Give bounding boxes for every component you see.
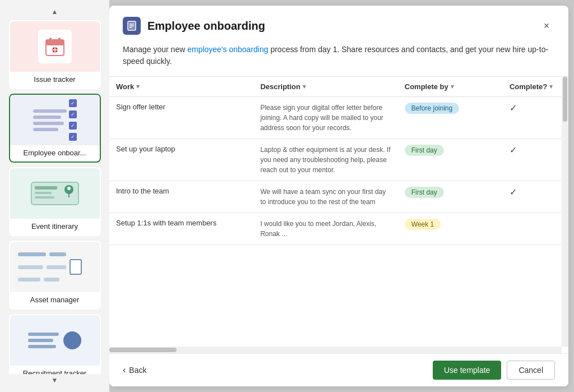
use-template-button[interactable]: Use template — [433, 361, 501, 380]
scroll-down-button[interactable]: ▼ — [0, 374, 109, 386]
col-desc-sort-icon: ▾ — [303, 83, 306, 90]
cell-complete-by-1: First day — [398, 139, 503, 181]
thumb-recruit-bg — [10, 315, 100, 366]
table-header-row: Work ▾ Description ▾ — [109, 77, 568, 97]
thumb-asset-manager — [10, 242, 100, 292]
sidebar-item-label-employee-onboarding: Employee onboar... — [10, 145, 100, 162]
table-row: Setup 1:1s with team membersI would like… — [109, 213, 568, 245]
check-icon-2: ✓ — [510, 187, 517, 197]
table-header: Work ▾ Description ▾ — [109, 77, 568, 97]
cell-complete-by-0: Before joining — [398, 97, 503, 139]
thumb-asset-tag-2 — [49, 252, 66, 256]
sidebar-item-event-itinerary[interactable]: Event itinerary — [9, 167, 101, 236]
cell-desc-0: Please sign your digital offer letter be… — [253, 97, 397, 139]
col-desc-label: Description — [260, 82, 300, 91]
cell-work-3: Setup 1:1s with team members — [109, 213, 253, 245]
sidebar-item-asset-manager[interactable]: Asset manager — [9, 241, 101, 310]
thumb-asset-tag-1 — [18, 252, 46, 256]
dialog-header: Employee onboarding × — [109, 6, 568, 41]
thumb-emp-line-4 — [33, 128, 58, 131]
cell-desc-1: Laptop & other equipment is at your desk… — [253, 139, 397, 181]
check-icon-0: ✓ — [510, 103, 517, 113]
table-scroll-horizontal[interactable] — [109, 347, 562, 353]
thumb-emp-check-1: ✓ — [69, 99, 77, 107]
check-icon-1: ✓ — [510, 145, 517, 155]
dialog-footer: ‹ Back Use template Cancel — [109, 353, 568, 386]
badge-complete-by-3: Week 1 — [405, 219, 441, 230]
thumb-event-itinerary — [10, 168, 100, 219]
sidebar-item-recruitment-tracker[interactable]: Recruitment tracker — [9, 314, 101, 374]
thumb-recruit-line-2 — [28, 339, 53, 342]
thumb-recruit-line-3 — [28, 345, 56, 348]
table-scroll-vertical[interactable] — [562, 77, 568, 347]
svg-rect-1 — [46, 40, 64, 45]
svg-rect-10 — [35, 196, 54, 199]
col-header-description[interactable]: Description ▾ — [253, 77, 397, 97]
thumb-issue-tracker — [10, 21, 100, 72]
thumb-emp-line-3 — [33, 122, 64, 125]
badge-complete-by-0: Before joining — [405, 103, 459, 114]
thumb-emp-bg: ✓ ✓ ✓ ✓ — [10, 95, 100, 145]
cell-work-0: Sign offer letter — [109, 97, 253, 139]
thumb-asset-box — [70, 259, 82, 275]
cancel-button[interactable]: Cancel — [507, 361, 555, 380]
cell-work-1: Set up your laptop — [109, 139, 253, 181]
thumb-issue-icon — [38, 30, 72, 63]
table-row: Sign offer letterPlease sign your digita… — [109, 97, 568, 139]
onboarding-icon — [126, 20, 137, 31]
data-table: Work ▾ Description ▾ — [109, 77, 568, 245]
thumb-asset-tag-5 — [18, 278, 40, 282]
sidebar-item-employee-onboarding[interactable]: ✓ ✓ ✓ ✓ Employee onboar... — [9, 94, 101, 163]
svg-rect-3 — [58, 38, 61, 42]
back-button[interactable]: ‹ Back — [123, 365, 146, 375]
scroll-up-button[interactable]: ▲ — [0, 6, 109, 18]
col-header-work[interactable]: Work ▾ — [109, 77, 253, 97]
sidebar-item-issue-tracker[interactable]: Issue tracker — [9, 20, 101, 89]
table-scroll-v-thumb[interactable] — [563, 77, 567, 122]
cell-work-2: Intro to the team — [109, 181, 253, 213]
table-scroll-h-thumb[interactable] — [109, 348, 177, 352]
close-button[interactable]: × — [538, 17, 555, 34]
table-row: Set up your laptopLaptop & other equipme… — [109, 139, 568, 181]
cell-complete-1: ✓ — [503, 139, 568, 181]
back-arrow-icon: ‹ — [123, 365, 126, 375]
thumb-emp-check-3: ✓ — [69, 122, 77, 130]
cell-complete-2: ✓ — [503, 181, 568, 213]
col-work-sort-icon: ▾ — [136, 83, 140, 90]
table-scroll-outer: Work ▾ Description ▾ — [109, 77, 568, 353]
cell-complete-0: ✓ — [503, 97, 568, 139]
sidebar-item-label-recruitment-tracker: Recruitment tracker — [10, 366, 100, 374]
svg-rect-8 — [35, 186, 57, 190]
col-complete-sort-icon: ▾ — [549, 83, 553, 90]
col-complete-label: Complete? — [510, 82, 547, 91]
thumb-employee-onboarding: ✓ ✓ ✓ ✓ — [10, 95, 100, 145]
sidebar: ▲ — [0, 0, 109, 392]
table-body: Sign offer letterPlease sign your digita… — [109, 97, 568, 245]
thumb-asset-bg — [10, 242, 100, 292]
thumb-recruit-lines — [28, 333, 59, 348]
cell-complete-by-2: First day — [398, 181, 503, 213]
sidebar-item-label-event-itinerary: Event itinerary — [10, 219, 100, 235]
col-header-complete-by[interactable]: Complete by ▾ — [398, 77, 503, 97]
issue-tracker-svg — [44, 35, 66, 58]
badge-complete-by-2: First day — [405, 187, 444, 198]
col-work-label: Work — [116, 82, 134, 91]
svg-point-12 — [67, 187, 71, 190]
svg-rect-9 — [35, 192, 52, 194]
app-container: ▲ — [0, 0, 574, 392]
table-row: Intro to the teamWe will have a team syn… — [109, 181, 568, 213]
thumb-asset-tag-3 — [18, 265, 43, 269]
thumb-asset-tag-6 — [44, 278, 59, 282]
cell-desc-3: I would like you to meet Jordan, Alexis,… — [253, 213, 397, 245]
col-header-complete[interactable]: Complete? ▾ — [503, 77, 568, 97]
thumb-emp-line-2 — [33, 116, 61, 119]
cell-complete-3 — [503, 213, 568, 245]
thumb-emp-line-1 — [33, 109, 67, 113]
col-complete-by-label: Complete by — [405, 82, 448, 91]
dialog-icon — [123, 17, 141, 35]
sidebar-items: Issue tracker ✓ ✓ — [0, 18, 109, 374]
sidebar-item-label-issue-tracker: Issue tracker — [10, 72, 100, 88]
footer-buttons: Use template Cancel — [433, 361, 555, 380]
col-complete-by-sort-icon: ▾ — [451, 83, 454, 90]
cell-desc-2: We will have a team sync on your first d… — [253, 181, 397, 213]
